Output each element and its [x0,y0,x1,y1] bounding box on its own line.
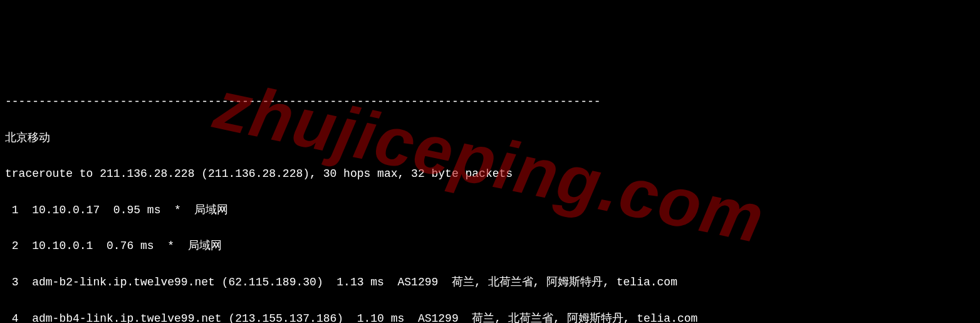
hop-line: 3 adm-b2-link.ip.twelve99.net (62.115.18… [5,273,975,292]
route-title: 北京移动 [5,129,975,147]
hop-line: 2 10.10.0.1 0.76 ms * 局域网 [5,237,975,255]
traceroute-header: traceroute to 211.136.28.228 (211.136.28… [5,165,975,183]
hop-line: 4 adm-bb4-link.ip.twelve99.net (213.155.… [5,310,975,323]
terminal-output: ----------------------------------------… [5,75,975,323]
hop-line: 1 10.10.0.17 0.95 ms * 局域网 [5,201,975,220]
separator-line: ----------------------------------------… [5,93,975,111]
